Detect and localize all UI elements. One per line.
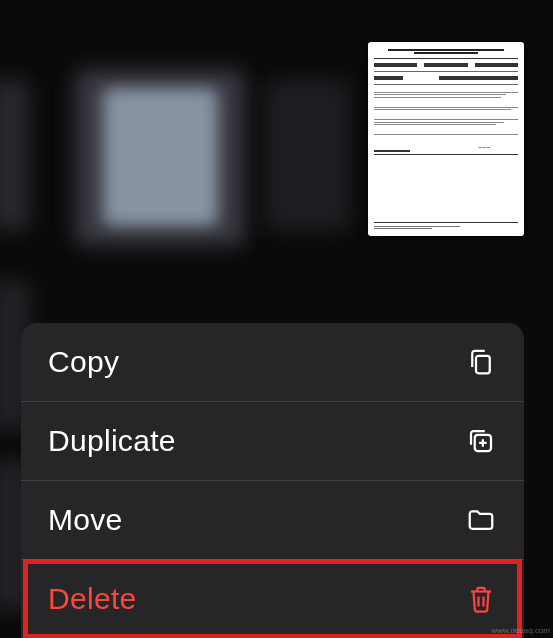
folder-icon [465, 504, 497, 536]
trash-icon [465, 583, 497, 615]
blurred-thumbnail [0, 80, 30, 230]
menu-item-label: Delete [48, 582, 137, 616]
duplicate-icon [465, 425, 497, 457]
menu-item-label: Move [48, 503, 123, 537]
svg-rect-0 [476, 356, 490, 374]
menu-item-delete[interactable]: Delete [21, 560, 524, 638]
menu-item-label: Copy [48, 345, 119, 379]
menu-item-label: Duplicate [48, 424, 176, 458]
context-menu: Copy Duplicate Move Delete [21, 323, 524, 638]
blurred-thumbnail [103, 88, 218, 226]
watermark: www.deuaq.com [491, 626, 550, 635]
menu-item-copy[interactable]: Copy [21, 323, 524, 402]
menu-item-move[interactable]: Move [21, 481, 524, 560]
blurred-thumbnail [265, 80, 350, 230]
menu-item-duplicate[interactable]: Duplicate [21, 402, 524, 481]
copy-icon [465, 346, 497, 378]
document-thumbnail[interactable]: ~~~ [368, 42, 524, 236]
